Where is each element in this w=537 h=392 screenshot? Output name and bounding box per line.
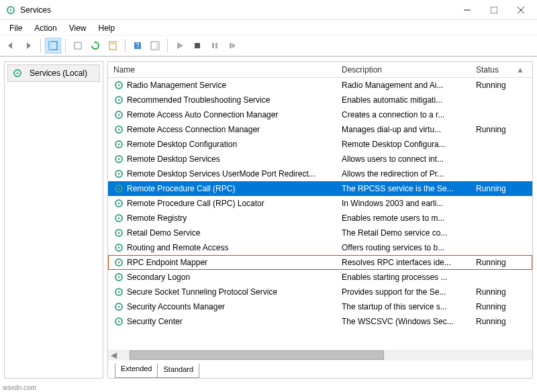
footer-text: wsxdn.com [3, 384, 36, 391]
show-hide-tree-button[interactable] [45, 38, 61, 54]
service-description: The Retail Demo service co... [339, 228, 473, 238]
gear-icon [113, 257, 124, 268]
svg-point-26 [118, 114, 120, 116]
gear-icon [113, 183, 124, 194]
close-button[interactable] [507, 1, 534, 19]
service-status: Running [473, 125, 514, 134]
service-row[interactable]: Remote Desktop ConfigurationRemote Deskt… [108, 137, 532, 152]
view-tabs: Extended Standard [108, 363, 532, 378]
action-pane-button[interactable] [147, 38, 163, 54]
column-header-description[interactable]: Description [336, 62, 471, 77]
service-name: Remote Desktop Services [127, 154, 220, 164]
scroll-up-button[interactable]: ▲ [511, 62, 522, 77]
refresh-button[interactable] [87, 38, 103, 54]
service-description: The RPCSS service is the Se... [339, 184, 473, 193]
service-name: RPC Endpoint Mapper [127, 258, 207, 267]
service-description: Allows users to connect int... [339, 154, 473, 164]
properties-button[interactable] [105, 38, 121, 54]
window-title: Services [3, 5, 454, 15]
list-wrap: Name Description Status ▲ Radio Manageme… [108, 62, 532, 360]
scroll-left-button[interactable]: ◀ [108, 350, 119, 360]
service-description: In Windows 2003 and earli... [339, 199, 473, 208]
restart-service-button[interactable] [224, 38, 240, 54]
service-row[interactable]: Security Accounts ManagerThe startup of … [108, 299, 532, 314]
forward-button[interactable] [20, 38, 36, 54]
svg-rect-3 [491, 7, 497, 13]
service-name: Retail Demo Service [127, 228, 200, 238]
minimize-button[interactable] [454, 1, 481, 19]
svg-rect-17 [215, 43, 217, 48]
menu-action[interactable]: Action [29, 22, 62, 34]
column-header-name[interactable]: Name [108, 62, 336, 77]
back-button[interactable] [3, 38, 19, 54]
gear-icon [113, 124, 124, 135]
service-name: Remote Registry [127, 213, 187, 223]
column-header-status[interactable]: Status [471, 62, 511, 77]
gear-icon [113, 154, 124, 164]
tree-node-label: Services (Local) [30, 68, 87, 78]
stop-service-button[interactable] [189, 38, 205, 54]
menu-bar: File Action View Help [0, 20, 537, 35]
tab-standard[interactable]: Standard [157, 363, 199, 378]
svg-point-36 [118, 188, 120, 190]
toolbar-separator [167, 39, 168, 52]
title-bar: Services [0, 0, 537, 20]
service-name: Recommended Troubleshooting Service [127, 95, 270, 105]
gear-icon [113, 287, 124, 297]
pause-service-button[interactable] [207, 38, 223, 54]
service-row[interactable]: Routing and Remote AccessOffers routing … [108, 240, 532, 255]
help-button[interactable]: ? [130, 38, 146, 54]
menu-view[interactable]: View [64, 22, 92, 34]
toolbar-separator [125, 39, 126, 52]
service-row[interactable]: Remote Desktop Services UserMode Port Re… [108, 166, 532, 181]
horizontal-scrollbar[interactable]: ◀ [108, 350, 532, 360]
service-row[interactable]: Remote Desktop ServicesAllows users to c… [108, 152, 532, 166]
service-row[interactable]: Security CenterThe WSCSVC (Windows Sec..… [108, 314, 532, 329]
service-row[interactable]: Remote RegistryEnables remote users to m… [108, 211, 532, 226]
scroll-thumb[interactable] [130, 350, 384, 360]
service-description: The startup of this service s... [339, 302, 473, 311]
service-name: Radio Management Service [127, 81, 226, 90]
service-row[interactable]: RPC Endpoint MapperResolves RPC interfac… [108, 255, 532, 270]
service-name: Remote Desktop Services UserMode Port Re… [127, 169, 315, 179]
menu-help[interactable]: Help [93, 22, 121, 34]
service-name: Remote Access Auto Connection Manager [127, 110, 278, 119]
service-description: Allows the redirection of Pr... [339, 169, 473, 179]
maximize-button[interactable] [481, 1, 507, 19]
service-row[interactable]: Remote Access Connection ManagerManages … [108, 122, 532, 137]
tab-extended[interactable]: Extended [115, 363, 158, 378]
svg-point-28 [118, 129, 120, 131]
start-service-button[interactable] [172, 38, 188, 54]
toolbar-separator [40, 39, 41, 52]
service-row[interactable]: Remote Access Auto Connection ManagerCre… [108, 107, 532, 122]
svg-point-20 [17, 72, 19, 75]
tree-node-services-local[interactable]: Services (Local) [7, 64, 100, 82]
svg-point-52 [118, 306, 120, 308]
service-name: Secondary Logon [127, 273, 190, 282]
svg-point-42 [118, 232, 120, 234]
tree-panel: Services (Local) [4, 61, 103, 379]
gear-icon [113, 198, 124, 209]
svg-point-44 [118, 247, 120, 249]
service-row[interactable]: Remote Procedure Call (RPC)The RPCSS ser… [108, 181, 532, 196]
service-row[interactable]: Secure Socket Tunneling Protocol Service… [108, 285, 532, 299]
svg-text:?: ? [136, 42, 140, 50]
svg-point-1 [10, 9, 12, 11]
svg-point-30 [118, 144, 120, 146]
export-button[interactable] [70, 38, 86, 54]
svg-point-22 [118, 85, 120, 87]
service-row[interactable]: Radio Management ServiceRadio Management… [108, 78, 532, 93]
service-row[interactable]: Recommended Troubleshooting ServiceEnabl… [108, 93, 532, 107]
svg-point-46 [118, 262, 120, 264]
svg-point-38 [118, 203, 120, 205]
service-row[interactable]: Retail Demo ServiceThe Retail Demo servi… [108, 226, 532, 240]
gear-icon [113, 301, 124, 312]
service-name: Secure Socket Tunneling Protocol Service [127, 287, 277, 297]
gear-icon [113, 272, 124, 283]
gear-icon [113, 316, 124, 327]
service-list[interactable]: Radio Management ServiceRadio Management… [108, 78, 532, 350]
service-row[interactable]: Secondary LogonEnables starting processe… [108, 270, 532, 285]
gear-icon [113, 95, 124, 105]
menu-file[interactable]: File [4, 22, 28, 34]
service-row[interactable]: Remote Procedure Call (RPC) LocatorIn Wi… [108, 196, 532, 211]
